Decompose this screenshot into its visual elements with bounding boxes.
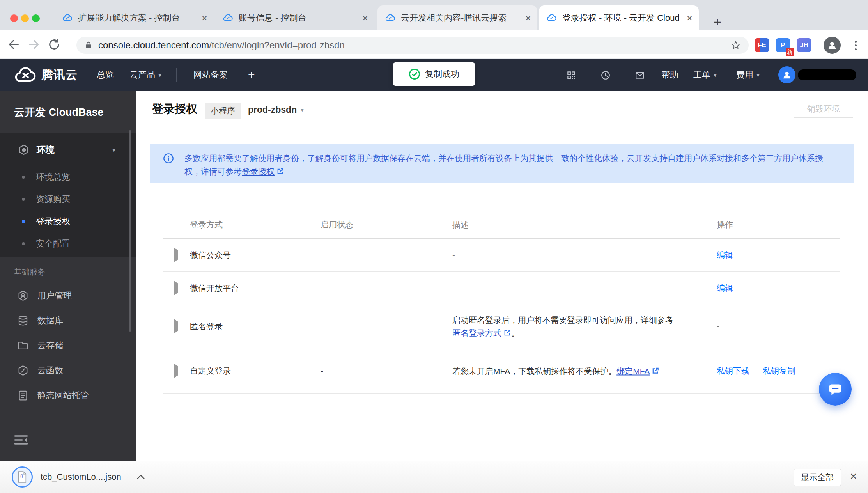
sidebar-item-label: 云函数 — [37, 365, 63, 376]
edit-link[interactable]: 编辑 — [717, 250, 733, 259]
sidebar-item-label: 登录授权 — [36, 216, 70, 227]
info-banner: 多数应用都需要了解使用者身份，了解身份可将用户数据保存在云端，并在使用者所有设备… — [150, 144, 854, 183]
cloud-functions-icon — [17, 365, 29, 376]
sidebar-scrollbar[interactable] — [129, 130, 131, 332]
toolbar-divider — [818, 37, 818, 53]
tab-close-icon[interactable]: × — [525, 13, 531, 23]
hexagon-env-icon — [18, 144, 30, 156]
window-minimize-button[interactable] — [21, 14, 29, 22]
tab-title: 账号信息 - 控制台 — [239, 12, 358, 24]
download-bar-divider — [156, 465, 156, 489]
nav-add-button[interactable]: + — [248, 59, 255, 91]
tencent-cloud-logo[interactable]: 腾讯云 — [15, 66, 78, 83]
json-file-icon: {} — [17, 471, 28, 483]
browser-tab-3[interactable]: 云开发相关内容-腾讯云搜索 × — [377, 5, 537, 30]
sidebar-item-static-hosting[interactable]: 静态网站托管 — [0, 384, 136, 407]
window-zoom-button[interactable] — [32, 14, 40, 22]
anonymous-login-link[interactable]: 匿名登录方式 — [452, 328, 501, 337]
login-method-name: 匿名登录 — [190, 321, 223, 332]
sidebar-group-environment[interactable]: 环境 ▾ — [0, 139, 136, 161]
sidebar-item-user-management[interactable]: 用户管理 — [0, 284, 136, 307]
banner-login-auth-link[interactable]: 登录授权 — [242, 167, 275, 176]
bookmark-star-icon[interactable] — [731, 40, 741, 50]
expand-row-icon[interactable] — [174, 281, 178, 295]
sidebar-item-login-auth[interactable]: 登录授权 — [0, 211, 136, 232]
tab-title: 登录授权 - 环境 - 云开发 Cloud — [562, 12, 682, 24]
nav-ticket[interactable]: 工单▾ — [693, 59, 717, 91]
description-suffix: 。 — [511, 328, 519, 337]
row-description: 启动匿名登录后，用户将不需要登录即可访问应用，详细参考匿名登录方式。 — [452, 314, 678, 339]
caret-down-icon: ▾ — [112, 146, 115, 154]
sidebar-item-label: 云存储 — [37, 340, 63, 351]
sidebar-item-database[interactable]: 数据库 — [0, 309, 136, 332]
nav-products[interactable]: 云产品▾ — [129, 59, 161, 91]
destroy-env-button[interactable]: 销毁环境 — [794, 100, 853, 118]
tab-close-icon[interactable]: × — [362, 13, 368, 23]
browser-menu-icon[interactable] — [849, 37, 863, 53]
account-avatar[interactable] — [778, 66, 795, 83]
extension-fe-icon[interactable]: FE — [755, 38, 769, 52]
browser-tab-2[interactable]: 账号信息 - 控制台 × — [215, 5, 374, 30]
extension-jh-icon[interactable]: JH — [797, 38, 811, 52]
nav-overview[interactable]: 总览 — [97, 59, 114, 91]
tencent-cloud-favicon — [223, 13, 233, 23]
bind-mfa-link[interactable]: 绑定MFA — [616, 366, 650, 375]
sidebar-item-cloud-functions[interactable]: 云函数 — [0, 359, 136, 382]
qr-code-icon[interactable] — [566, 70, 576, 80]
copy-success-toast: 复制成功 — [393, 62, 475, 86]
caret-down-icon: ▾ — [756, 71, 760, 79]
info-icon — [163, 153, 174, 164]
history-clock-icon[interactable] — [601, 70, 611, 80]
customer-service-chat-button[interactable] — [819, 373, 852, 406]
download-filename[interactable]: tcb_CustomLo....json — [41, 472, 121, 482]
collapse-sidebar-icon[interactable] — [13, 433, 29, 447]
expand-row-icon[interactable] — [174, 248, 178, 262]
browser-profile-avatar[interactable] — [824, 37, 841, 54]
col-description: 描述 — [452, 218, 678, 231]
main-content: 登录授权 小程序 prod-zbsdn ▾ 销毁环境 多数应用都需要了解使用者身… — [136, 91, 868, 461]
nav-billing[interactable]: 费用▾ — [736, 59, 760, 91]
sidebar-item-security-config[interactable]: 安全配置 — [0, 233, 136, 255]
expand-row-icon[interactable] — [174, 319, 178, 333]
expand-row-icon[interactable] — [174, 364, 178, 378]
document-icon — [17, 390, 29, 401]
tencent-cloud-favicon — [547, 13, 557, 23]
extension-p-icon[interactable]: P新 — [776, 38, 790, 52]
close-download-bar-icon[interactable]: × — [850, 470, 857, 483]
tab-divider — [214, 11, 214, 25]
url-text: console.cloud.tencent.com/tcb/env/login?… — [98, 40, 731, 51]
row-description: - — [452, 249, 678, 262]
sidebar-item-label: 环境总览 — [36, 171, 70, 183]
forward-icon[interactable] — [27, 38, 41, 51]
tab-close-icon[interactable]: × — [202, 13, 207, 23]
tab-close-icon[interactable]: × — [687, 13, 693, 23]
edit-link[interactable]: 编辑 — [717, 284, 733, 293]
window-close-button[interactable] — [10, 14, 18, 22]
reload-icon[interactable] — [48, 38, 61, 51]
table-header-row: 登录方式 启用状态 描述 操作 — [163, 211, 840, 239]
table-row-wechat-official: 微信公众号 - 编辑 — [163, 239, 840, 272]
mail-icon[interactable] — [635, 70, 645, 80]
sidebar-item-env-overview[interactable]: 环境总览 — [0, 166, 136, 188]
description-text: 若您未开启MFA，下载私钥操作将不受保护。 — [452, 366, 616, 375]
nav-help-label: 帮助 — [661, 69, 678, 81]
browser-tab-active[interactable]: 登录授权 - 环境 - 云开发 Cloud × — [539, 5, 699, 30]
chevron-up-icon[interactable] — [136, 473, 146, 481]
url-host: console.cloud.tencent.com — [98, 40, 209, 50]
nav-icp[interactable]: 网站备案 — [193, 59, 228, 91]
downloaded-file-icon[interactable]: {} — [12, 466, 33, 488]
address-bar[interactable]: console.cloud.tencent.com/tcb/env/login?… — [76, 37, 749, 54]
show-all-downloads-button[interactable]: 显示全部 — [794, 469, 841, 486]
private-key-copy-link[interactable]: 私钥复制 — [763, 366, 795, 375]
env-selector[interactable]: prod-zbsdn ▾ — [248, 105, 304, 115]
nav-overview-label: 总览 — [97, 69, 114, 81]
back-icon[interactable] — [7, 38, 20, 51]
extension-new-badge: 新 — [786, 48, 794, 56]
nav-help[interactable]: 帮助 — [661, 59, 678, 91]
browser-tab-1[interactable]: 扩展能力解决方案 - 控制台 × — [55, 5, 214, 30]
new-tab-button[interactable]: + — [710, 14, 725, 30]
sidebar-item-cloud-storage[interactable]: 云存储 — [0, 334, 136, 357]
sidebar-item-resource-purchase[interactable]: 资源购买 — [0, 188, 136, 210]
private-key-download-link[interactable]: 私钥下载 — [717, 366, 749, 375]
tab-title: 扩展能力解决方案 - 控制台 — [78, 12, 197, 24]
